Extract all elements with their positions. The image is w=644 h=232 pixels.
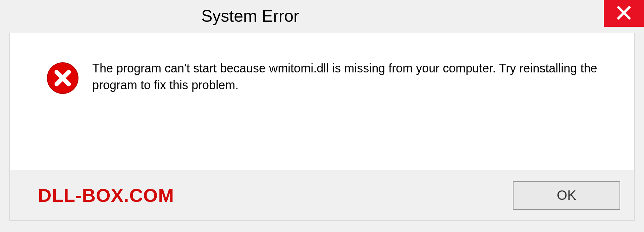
error-message: The program can't start because wmitomi.… — [92, 59, 614, 94]
watermark-text: DLL-BOX.COM — [38, 184, 174, 206]
close-button[interactable] — [604, 0, 644, 27]
window-title: System Error — [201, 6, 299, 26]
message-row: The program can't start because wmitomi.… — [10, 33, 634, 170]
error-icon — [47, 62, 79, 94]
dialog-footer: DLL-BOX.COM OK — [10, 170, 634, 220]
ok-button-label: OK — [557, 188, 576, 203]
titlebar: System Error — [0, 0, 644, 32]
dialog-body: The program can't start because wmitomi.… — [9, 33, 635, 221]
close-icon — [616, 5, 631, 21]
ok-button[interactable]: OK — [513, 181, 620, 210]
